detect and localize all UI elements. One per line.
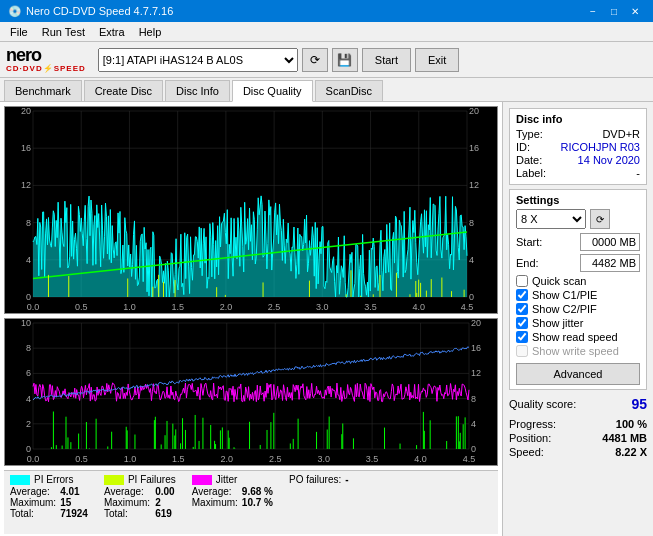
show-c2-pif-label: Show C2/PIF (532, 303, 597, 315)
position-row: Position: 4481 MB (509, 432, 647, 444)
show-c2-pif-row: Show C2/PIF (516, 303, 640, 315)
menu-extra[interactable]: Extra (93, 24, 131, 40)
progress-row: Progress: 100 % (509, 418, 647, 430)
quality-score-value: 95 (631, 396, 647, 412)
logo-sub: CD·DVD⚡SPEED (6, 64, 86, 73)
show-read-speed-label: Show read speed (532, 331, 618, 343)
disc-id-row: ID: RICOHJPN R03 (516, 141, 640, 153)
show-jitter-row: Show jitter (516, 317, 640, 329)
main-content: PI Errors Average: 4.01 Maximum: 15 Tota… (0, 102, 653, 536)
jitter-max-label: Maximum: (192, 497, 238, 508)
jitter-legend: Jitter Average: 9.68 % Maximum: 10.7 % (192, 474, 273, 531)
pi-errors-legend: PI Errors Average: 4.01 Maximum: 15 Tota… (10, 474, 88, 531)
position-value: 4481 MB (602, 432, 647, 444)
logo-text: nero (6, 46, 86, 64)
tab-disc-info[interactable]: Disc Info (165, 80, 230, 101)
settings-title: Settings (516, 194, 640, 206)
quality-score-area: Quality score: 95 (509, 394, 647, 414)
pi-failures-color (104, 475, 124, 485)
show-read-speed-checkbox[interactable] (516, 331, 528, 343)
exit-button[interactable]: Exit (415, 48, 459, 72)
show-jitter-label: Show jitter (532, 317, 583, 329)
disc-date-value: 14 Nov 2020 (578, 154, 640, 166)
right-panel: Disc info Type: DVD+R ID: RICOHJPN R03 D… (502, 102, 653, 536)
app-icon: 💿 (8, 5, 22, 18)
tab-benchmark[interactable]: Benchmark (4, 80, 82, 101)
pi-errors-max-label: Maximum: (10, 497, 56, 508)
save-button[interactable]: 💾 (332, 48, 358, 72)
top-chart (4, 106, 498, 314)
speed-value: 8.22 X (615, 446, 647, 458)
po-failures-value: - (345, 474, 348, 485)
jitter-avg-value: 9.68 % (242, 486, 273, 497)
show-write-speed-row: Show write speed (516, 345, 640, 357)
speed-select[interactable]: 8 X (516, 209, 586, 229)
disc-type-row: Type: DVD+R (516, 128, 640, 140)
logo: nero CD·DVD⚡SPEED (6, 46, 86, 73)
start-input[interactable] (580, 233, 640, 251)
progress-value: 100 % (616, 418, 647, 430)
end-label: End: (516, 257, 539, 269)
pi-errors-avg-label: Average: (10, 486, 56, 497)
pi-errors-color (10, 475, 30, 485)
menu-run-test[interactable]: Run Test (36, 24, 91, 40)
charts-area: PI Errors Average: 4.01 Maximum: 15 Tota… (0, 102, 502, 536)
show-jitter-checkbox[interactable] (516, 317, 528, 329)
show-c1-pie-label: Show C1/PIE (532, 289, 597, 301)
pi-failures-total-value: 619 (155, 508, 176, 519)
quick-scan-label: Quick scan (532, 275, 586, 287)
window-controls: − □ ✕ (583, 2, 645, 20)
disc-info-title: Disc info (516, 113, 640, 125)
show-write-speed-checkbox[interactable] (516, 345, 528, 357)
disc-date-label: Date: (516, 154, 542, 166)
advanced-button[interactable]: Advanced (516, 363, 640, 385)
jitter-title: Jitter (216, 474, 238, 485)
jitter-max-value: 10.7 % (242, 497, 273, 508)
jitter-avg-label: Average: (192, 486, 238, 497)
quick-scan-checkbox[interactable] (516, 275, 528, 287)
toolbar: nero CD·DVD⚡SPEED [9:1] ATAPI iHAS124 B … (0, 42, 653, 78)
speed-refresh-button[interactable]: ⟳ (590, 209, 610, 229)
disc-info-section: Disc info Type: DVD+R ID: RICOHJPN R03 D… (509, 108, 647, 185)
quality-score-label: Quality score: (509, 398, 576, 410)
show-c2-pif-checkbox[interactable] (516, 303, 528, 315)
maximize-button[interactable]: □ (604, 2, 624, 20)
pi-errors-max-value: 15 (60, 497, 88, 508)
start-label: Start: (516, 236, 542, 248)
pi-failures-max-value: 2 (155, 497, 176, 508)
show-read-speed-row: Show read speed (516, 331, 640, 343)
show-write-speed-label: Show write speed (532, 345, 619, 357)
speed-row-progress: Speed: 8.22 X (509, 446, 647, 458)
tab-create-disc[interactable]: Create Disc (84, 80, 163, 101)
show-c1-pie-checkbox[interactable] (516, 289, 528, 301)
po-failures-legend: PO failures: - (289, 474, 349, 531)
tab-bar: Benchmark Create Disc Disc Info Disc Qua… (0, 78, 653, 102)
disc-id-value: RICOHJPN R03 (561, 141, 640, 153)
menu-file[interactable]: File (4, 24, 34, 40)
pi-errors-avg-value: 4.01 (60, 486, 88, 497)
disc-type-value: DVD+R (602, 128, 640, 140)
disc-label-value: - (636, 167, 640, 179)
disc-label-row: Label: - (516, 167, 640, 179)
jitter-color (192, 475, 212, 485)
pi-failures-max-label: Maximum: (104, 497, 151, 508)
end-row: End: (516, 254, 640, 272)
pi-errors-total-label: Total: (10, 508, 56, 519)
start-row: Start: (516, 233, 640, 251)
refresh-button[interactable]: ⟳ (302, 48, 328, 72)
minimize-button[interactable]: − (583, 2, 603, 20)
tab-disc-quality[interactable]: Disc Quality (232, 80, 313, 102)
tab-scan-disc[interactable]: ScanDisc (315, 80, 383, 101)
pi-failures-title: PI Failures (128, 474, 176, 485)
close-button[interactable]: ✕ (625, 2, 645, 20)
start-button[interactable]: Start (362, 48, 411, 72)
menu-bar: File Run Test Extra Help (0, 22, 653, 42)
end-input[interactable] (580, 254, 640, 272)
legend-area: PI Errors Average: 4.01 Maximum: 15 Tota… (4, 470, 498, 534)
progress-label: Progress: (509, 418, 556, 430)
position-label: Position: (509, 432, 551, 444)
menu-help[interactable]: Help (133, 24, 168, 40)
pi-failures-avg-value: 0.00 (155, 486, 176, 497)
speed-row: 8 X ⟳ (516, 209, 640, 229)
drive-select[interactable]: [9:1] ATAPI iHAS124 B AL0S (98, 48, 298, 72)
